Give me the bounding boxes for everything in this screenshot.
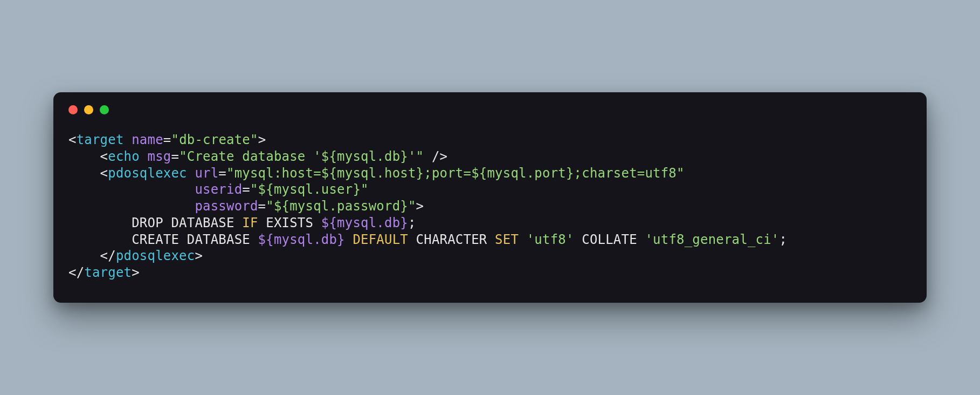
code-token: "mysql:host=${mysql.host};port=${mysql.p… bbox=[226, 166, 685, 181]
code-token: CREATE DATABASE bbox=[68, 232, 258, 247]
code-token bbox=[68, 182, 195, 197]
code-line: DROP DATABASE IF EXISTS ${mysql.db}; bbox=[68, 215, 912, 231]
code-token: ; bbox=[408, 215, 416, 230]
code-token: > bbox=[416, 199, 424, 214]
code-token: < bbox=[68, 132, 77, 147]
code-window: <target name="db-create"> <echo msg="Cre… bbox=[53, 92, 927, 302]
code-block: <target name="db-create"> <echo msg="Cre… bbox=[53, 120, 927, 281]
code-token: target bbox=[77, 132, 124, 147]
code-token: EXISTS bbox=[258, 215, 321, 230]
code-token: userid bbox=[195, 182, 242, 197]
code-token: 'utf8_general_ci' bbox=[645, 232, 779, 247]
code-token bbox=[68, 199, 195, 214]
code-token: IF bbox=[242, 215, 258, 230]
code-token: msg bbox=[148, 149, 171, 164]
code-token: ${mysql.db} bbox=[258, 232, 345, 247]
code-token: 'utf8' bbox=[527, 232, 574, 247]
code-token: pdosqlexec bbox=[116, 248, 195, 263]
code-line: </pdosqlexec> bbox=[68, 248, 912, 264]
code-token: < bbox=[68, 149, 108, 164]
code-token: "Create database '${mysql.db}'" bbox=[179, 149, 424, 164]
code-token: DROP DATABASE bbox=[68, 215, 242, 230]
code-token: /> bbox=[424, 149, 447, 164]
code-token: CHARACTER bbox=[408, 232, 495, 247]
code-token: ; bbox=[779, 232, 788, 247]
code-token: = bbox=[258, 199, 266, 214]
code-line: CREATE DATABASE ${mysql.db} DEFAULT CHAR… bbox=[68, 231, 912, 248]
code-token: target bbox=[84, 265, 132, 280]
close-icon[interactable] bbox=[68, 105, 78, 114]
code-token: "db-create" bbox=[171, 132, 258, 147]
code-token: </ bbox=[68, 248, 116, 263]
code-token: echo bbox=[108, 149, 140, 164]
code-line: <target name="db-create"> bbox=[68, 132, 912, 148]
code-token: ${mysql.db} bbox=[321, 215, 408, 230]
code-line: <echo msg="Create database '${mysql.db}'… bbox=[68, 148, 912, 165]
code-token: < bbox=[68, 166, 108, 181]
code-token: name bbox=[132, 132, 163, 147]
zoom-icon[interactable] bbox=[100, 105, 109, 114]
window-titlebar bbox=[53, 92, 927, 120]
code-token: password bbox=[195, 199, 258, 214]
code-token bbox=[187, 166, 195, 181]
code-token: = bbox=[218, 166, 226, 181]
code-line: userid="${mysql.user}" bbox=[68, 181, 912, 198]
code-token: COLLATE bbox=[574, 232, 645, 247]
code-token: "${mysql.password}" bbox=[266, 199, 416, 214]
code-token: SET bbox=[495, 232, 519, 247]
code-token bbox=[140, 149, 148, 164]
code-token: DEFAULT bbox=[353, 232, 408, 247]
code-token bbox=[345, 232, 353, 247]
code-token: > bbox=[258, 132, 266, 147]
code-token: = bbox=[163, 132, 171, 147]
code-token: pdosqlexec bbox=[108, 166, 187, 181]
code-token: </ bbox=[68, 265, 84, 280]
code-token bbox=[519, 232, 527, 247]
code-token: > bbox=[195, 248, 203, 263]
minimize-icon[interactable] bbox=[84, 105, 93, 114]
code-token: = bbox=[171, 149, 179, 164]
code-line: </target> bbox=[68, 264, 912, 281]
code-token bbox=[124, 132, 132, 147]
code-token: "${mysql.user}" bbox=[250, 182, 369, 197]
code-token: > bbox=[132, 265, 140, 280]
code-line: <pdosqlexec url="mysql:host=${mysql.host… bbox=[68, 165, 912, 182]
code-line: password="${mysql.password}"> bbox=[68, 198, 912, 215]
code-token: = bbox=[242, 182, 250, 197]
code-token: url bbox=[195, 166, 218, 181]
